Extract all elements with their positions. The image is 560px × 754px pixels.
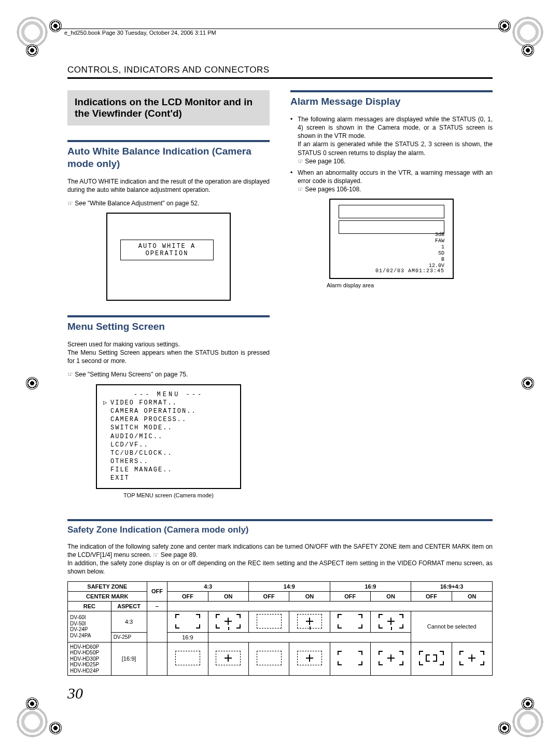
table-row: HDV-HD60P HDV-HD50P HDV-HD30P HDV-HD25P … bbox=[68, 642, 493, 676]
registration-mark bbox=[26, 377, 38, 389]
table-row: SAFETY ZONE OFF 4:3 14:9 16:9 16:9+4:3 bbox=[68, 581, 493, 591]
awb-text: The AUTO WHITE indication and the result… bbox=[67, 177, 270, 194]
lcd-text: OPERATION bbox=[146, 250, 189, 257]
aspect-169: 16:9 bbox=[167, 632, 208, 642]
th-off: OFF bbox=[167, 591, 208, 601]
sz-icon bbox=[296, 650, 323, 666]
heading-rule bbox=[67, 315, 270, 317]
alarm-heading: Alarm Message Display bbox=[290, 95, 493, 108]
table-row: REC ASPECT – bbox=[68, 601, 493, 611]
menu-item: FILE MANAGE.. bbox=[104, 466, 233, 474]
status-line: SD bbox=[429, 250, 444, 257]
sz-icon bbox=[337, 613, 363, 630]
th-safety-zone: SAFETY ZONE bbox=[68, 581, 147, 591]
registration-mark bbox=[26, 697, 38, 710]
menu-ref: See "Setting Menu Screens" on page 75. bbox=[67, 370, 270, 379]
sz-icon bbox=[256, 613, 283, 630]
continued-heading-box: Indications on the LCD Monitor and in th… bbox=[67, 90, 270, 125]
menu-item: TC/UB/CLOCK.. bbox=[104, 449, 233, 457]
sz-icon bbox=[377, 613, 404, 630]
section-title: CONTROLS, INDICATORS AND CONNECTORS bbox=[67, 65, 493, 79]
menu-text: Screen used for making various settings.… bbox=[67, 340, 270, 366]
table-row: DV-60I DV-50I DV-24P DV-24PA 4:3 Cannot … bbox=[68, 611, 493, 632]
status-line: FAW bbox=[429, 238, 444, 244]
menu-item: SWITCH MODE.. bbox=[104, 424, 233, 432]
th-on: ON bbox=[452, 591, 492, 601]
registration-mark bbox=[49, 722, 62, 734]
th-off: OFF bbox=[411, 591, 452, 601]
header-rule bbox=[56, 29, 504, 29]
sz-icon bbox=[296, 613, 323, 630]
crop-mark bbox=[512, 706, 543, 737]
lcd-text: AUTO WHITE A bbox=[138, 243, 195, 250]
sz-icon bbox=[458, 650, 485, 666]
status-line: B bbox=[429, 257, 444, 263]
status-timestamp: 01/02/03 AM01:23:45 bbox=[375, 268, 444, 274]
sz-heading: Safety Zone Indication (Camera mode only… bbox=[67, 524, 493, 535]
heading-rule bbox=[67, 519, 493, 521]
rec-dv25p: DV-25P bbox=[111, 632, 147, 642]
sz-icon bbox=[174, 650, 201, 666]
crop-mark bbox=[512, 17, 543, 48]
sz-icon bbox=[215, 650, 242, 666]
th-169: 16:9 bbox=[330, 581, 411, 591]
th-on: ON bbox=[289, 591, 330, 601]
alarm-caption: Alarm display area bbox=[327, 282, 493, 288]
sz-text: The indication of the following safety z… bbox=[67, 542, 493, 576]
table-row: CENTER MARK OFF ON OFF ON OFF ON OFF ON bbox=[68, 591, 493, 601]
awb-lcd-illustration: AUTO WHITE A OPERATION bbox=[106, 213, 231, 301]
registration-mark bbox=[498, 20, 511, 32]
menu-heading: Menu Setting Screen bbox=[67, 320, 270, 333]
awb-heading: Auto White Balance Indication (Camera mo… bbox=[67, 145, 270, 170]
th-off: OFF bbox=[147, 581, 167, 601]
th-dash: – bbox=[147, 601, 167, 611]
registration-mark bbox=[522, 44, 534, 57]
sz-icon bbox=[418, 650, 445, 666]
page-number: 30 bbox=[67, 685, 83, 702]
alarm-bullet: The following alarm messages are display… bbox=[290, 115, 493, 165]
crop-mark bbox=[17, 17, 48, 48]
th-off: OFF bbox=[248, 591, 289, 601]
sz-icon bbox=[337, 650, 363, 666]
heading-rule bbox=[67, 140, 270, 142]
registration-mark bbox=[26, 44, 38, 57]
th-center-mark: CENTER MARK bbox=[68, 591, 147, 601]
rec-list: DV-60I DV-50I DV-24P DV-24PA bbox=[68, 611, 111, 642]
th-rec: REC bbox=[68, 601, 111, 611]
th-off: OFF bbox=[330, 591, 370, 601]
th-on: ON bbox=[370, 591, 411, 601]
page-header: e_hd250.book Page 30 Tuesday, October 24… bbox=[62, 30, 218, 36]
status-lcd-illustration: 3dB FAW 1 SD B 12.0V 01/02/03 AM01:23:45 bbox=[329, 199, 454, 279]
menu-box-title: --- MENU --- bbox=[104, 390, 233, 399]
alarm-bullet: When an abnormality occurs in the VTR, a… bbox=[290, 169, 493, 194]
sz-icon bbox=[174, 613, 201, 630]
menu-lcd-illustration: --- MENU --- VIDEO FORMAT.. CAMERA OPERA… bbox=[96, 384, 241, 489]
safety-zone-table: SAFETY ZONE OFF 4:3 14:9 16:9 16:9+4:3 C… bbox=[67, 581, 493, 676]
sz-icon bbox=[256, 650, 283, 666]
menu-item: LCD/VF.. bbox=[104, 441, 233, 449]
sz-icon bbox=[377, 650, 404, 666]
menu-item: CAMERA OPERATION.. bbox=[104, 407, 233, 415]
menu-caption: TOP MENU screen (Camera mode) bbox=[67, 492, 270, 498]
sz-icon bbox=[215, 613, 242, 630]
status-line: 3dB bbox=[429, 232, 444, 238]
awb-ref: See "White Balance Adjustment" on page 5… bbox=[67, 199, 270, 207]
heading-rule bbox=[290, 90, 493, 92]
registration-mark bbox=[522, 377, 534, 389]
menu-item: AUDIO/MIC.. bbox=[104, 432, 233, 441]
th-aspect: ASPECT bbox=[111, 601, 147, 611]
menu-item: CAMERA PROCESS.. bbox=[104, 415, 233, 424]
th-149: 14:9 bbox=[248, 581, 330, 591]
table-row: DV-25P 16:9 bbox=[68, 632, 493, 642]
registration-mark bbox=[522, 697, 534, 710]
aspect-43: 4:3 bbox=[111, 611, 147, 632]
menu-item: EXIT bbox=[104, 474, 233, 482]
registration-mark bbox=[498, 722, 511, 734]
registration-mark bbox=[49, 20, 62, 32]
th-43: 4:3 bbox=[167, 581, 249, 591]
rec-hdv-list: HDV-HD60P HDV-HD50P HDV-HD30P HDV-HD25P … bbox=[68, 642, 111, 676]
aspect-169b: [16:9] bbox=[111, 642, 147, 676]
menu-item: VIDEO FORMAT.. bbox=[104, 399, 233, 407]
th-on: ON bbox=[208, 591, 248, 601]
menu-item: OTHERS.. bbox=[104, 457, 233, 466]
